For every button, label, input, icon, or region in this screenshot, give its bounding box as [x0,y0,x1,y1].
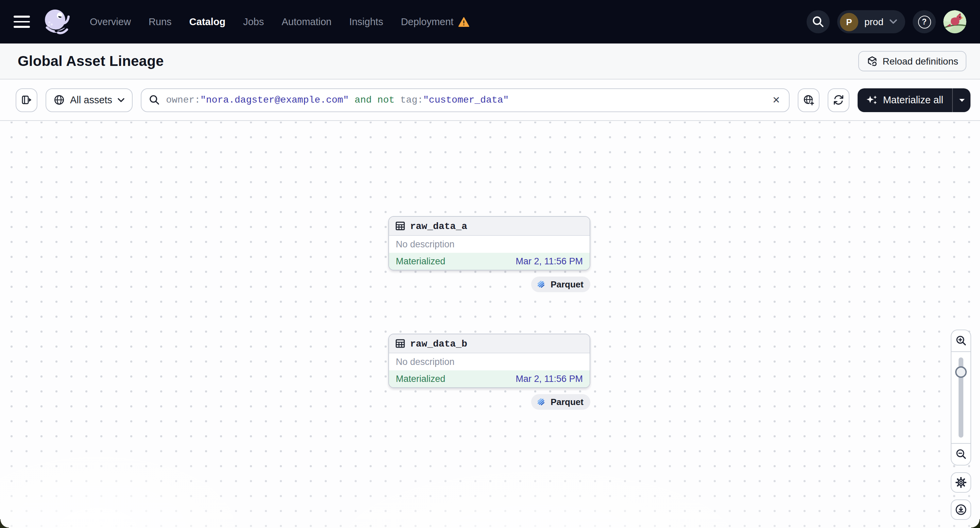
search-icon [812,16,824,28]
materialize-all-button[interactable]: Materialize all [858,88,952,112]
nav-tab-deployment[interactable]: Deployment [392,16,478,27]
zoom-in-icon [955,335,967,347]
primary-nav: Overview Runs Catalog Jobs Automation In… [81,16,478,27]
query-token-operator: and not [349,94,400,105]
canvas-controls [951,330,971,520]
reload-definitions-icon [866,55,878,67]
asset-node-header: raw_data_b [389,335,590,354]
globe-icon [54,94,65,105]
help-icon: ? [918,15,931,28]
new-scope-globe-button[interactable] [798,88,820,112]
nav-tab-automation[interactable]: Automation [273,16,340,27]
chevron-down-icon [889,19,897,24]
nav-tab-deployment-label: Deployment [401,16,453,27]
query-token-value: "nora.dagster@example.com" [200,94,349,105]
asset-search-input[interactable]: owner:"nora.dagster@example.com" and not… [141,88,790,112]
clear-search-button[interactable]: ✕ [769,92,784,107]
user-avatar[interactable] [943,10,966,33]
reload-definitions-button[interactable]: Reload definitions [858,51,966,71]
asset-description: No description [389,236,590,253]
parquet-icon [536,279,546,290]
avatar-bird-image [943,10,966,33]
zoom-slider[interactable] [951,351,970,444]
nav-tab-jobs[interactable]: Jobs [234,16,273,27]
globe-plus-icon [803,94,815,106]
reload-definitions-label: Reload definitions [882,56,958,67]
top-navbar: Overview Runs Catalog Jobs Automation In… [0,0,980,43]
asset-status-row: Materialized Mar 2, 11:56 PM [389,253,590,270]
app-window: Overview Runs Catalog Jobs Automation In… [0,0,980,528]
asset-node-raw-data-b[interactable]: raw_data_b No description Materialized M… [388,334,590,388]
close-icon: ✕ [772,94,780,105]
table-icon [395,338,405,349]
query-token-key: tag: [400,94,423,105]
sparkles-icon [867,95,878,105]
warning-icon [458,17,469,27]
asset-scope-label: All assets [70,94,112,105]
global-search-button[interactable] [807,10,830,33]
page-title: Global Asset Lineage [18,53,164,69]
deployment-initial-badge: P [840,13,858,31]
asset-name: raw_data_a [410,220,467,231]
deployment-name: prod [864,16,883,27]
storage-kind-tag-parquet[interactable]: Parquet [531,277,590,292]
zoom-in-button[interactable] [951,330,970,351]
zoom-out-button[interactable] [951,444,970,465]
download-icon [955,504,967,516]
asset-description: No description [389,354,590,370]
navbar-right-group: P prod ? [807,10,966,33]
materialize-options-button[interactable] [952,88,970,112]
refresh-icon [834,94,844,105]
toggle-left-panel-button[interactable] [16,88,37,112]
dagster-logo[interactable] [40,6,72,37]
lineage-canvas[interactable]: raw_data_a No description Materialized M… [0,122,980,528]
download-image-button[interactable] [951,499,971,520]
menu-icon[interactable] [14,16,30,28]
materialize-all-label: Materialize all [883,94,943,105]
asset-status-row: Materialized Mar 2, 11:56 PM [389,370,590,387]
chevron-down-icon [118,98,124,102]
window-corner-right [971,519,980,528]
graph-settings-button[interactable] [951,472,971,493]
table-icon [395,221,405,231]
parquet-icon [536,396,546,407]
storage-kind-label: Parquet [550,397,584,407]
zoom-control-group [951,330,971,466]
octopus-logo-icon [40,6,72,37]
search-query: owner:"nora.dagster@example.com" and not… [166,94,509,105]
nav-tab-overview[interactable]: Overview [81,16,140,27]
zoom-out-icon [955,449,967,460]
gear-icon [955,476,967,488]
query-token-key: owner: [166,94,200,105]
status-badge: Materialized [396,374,445,384]
query-token-value: "customer_data" [423,94,509,105]
status-badge: Materialized [396,256,445,266]
materialization-timestamp[interactable]: Mar 2, 11:56 PM [515,374,583,384]
nav-tab-insights[interactable]: Insights [340,16,392,27]
storage-kind-tag-parquet[interactable]: Parquet [531,394,590,410]
window-corner-left [0,519,9,528]
search-icon [149,94,160,105]
storage-kind-label: Parquet [550,279,584,290]
refresh-button[interactable] [828,88,850,112]
deployment-switcher[interactable]: P prod [837,10,905,33]
materialize-split-button: Materialize all [858,88,970,112]
nav-tab-runs[interactable]: Runs [140,16,181,27]
asset-name: raw_data_b [410,338,467,349]
lineage-toolbar: All assets owner:"nora.dagster@example.c… [0,79,980,121]
asset-scope-dropdown[interactable]: All assets [46,88,133,112]
help-button[interactable]: ? [913,10,936,33]
asset-node-header: raw_data_a [389,217,590,236]
zoom-slider-thumb[interactable] [955,366,967,378]
materialization-timestamp[interactable]: Mar 2, 11:56 PM [515,256,583,266]
open-panel-icon [21,94,32,105]
caret-down-icon [959,98,965,101]
nav-tab-catalog[interactable]: Catalog [181,16,234,27]
asset-node-raw-data-a[interactable]: raw_data_a No description Materialized M… [388,216,590,270]
page-header: Global Asset Lineage Reload definitions [0,43,980,79]
